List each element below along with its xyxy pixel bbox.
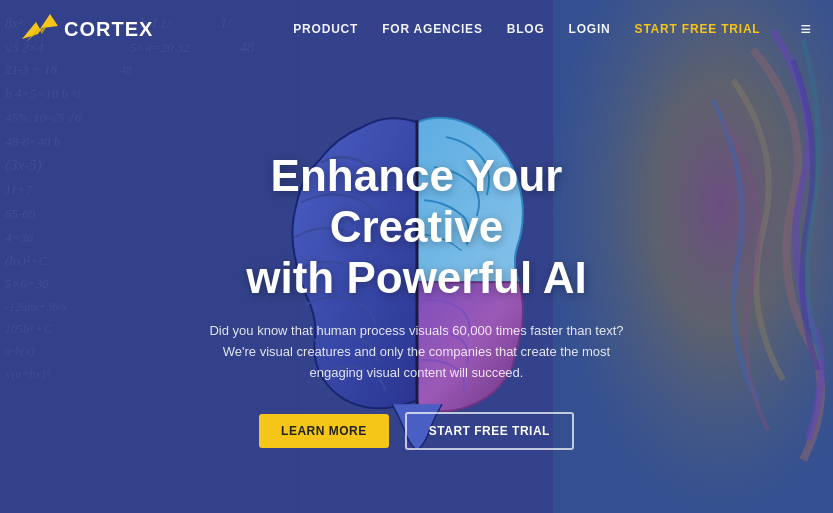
nav-cta-button[interactable]: START FREE TRIAL xyxy=(635,22,761,36)
hero-title-line2: with Powerful AI xyxy=(246,253,587,302)
hero-title-line1: Enhance Your Creative xyxy=(271,151,563,251)
learn-more-button[interactable]: LEARN MORE xyxy=(259,414,389,448)
hero-section: 8x² √5 2×4 21-3 = 18 b 4+5=10 b ½ 45%:10… xyxy=(0,0,833,513)
hero-subtitle: Did you know that human process visuals … xyxy=(197,321,637,383)
hero-content: Enhance Your Creative with Powerful AI D… xyxy=(0,88,833,513)
logo[interactable]: CORTEX xyxy=(22,14,153,44)
nav-link-agencies[interactable]: FOR AGENCIES xyxy=(382,22,483,36)
nav-links: PRODUCT FOR AGENCIES BLOG LOGIN START FR… xyxy=(293,19,811,40)
svg-marker-25 xyxy=(22,14,58,39)
logo-icon xyxy=(22,14,58,44)
nav-link-product[interactable]: PRODUCT xyxy=(293,22,358,36)
hero-title: Enhance Your Creative with Powerful AI xyxy=(180,151,653,303)
nav-link-login[interactable]: LOGIN xyxy=(569,22,611,36)
navbar: CORTEX PRODUCT FOR AGENCIES BLOG LOGIN S… xyxy=(0,0,833,58)
cta-buttons: LEARN MORE START FREE TRIAL xyxy=(259,412,574,450)
nav-link-blog[interactable]: BLOG xyxy=(507,22,545,36)
hamburger-icon[interactable]: ≡ xyxy=(800,19,811,40)
logo-text: CORTEX xyxy=(64,18,153,41)
start-trial-button[interactable]: START FREE TRIAL xyxy=(405,412,574,450)
